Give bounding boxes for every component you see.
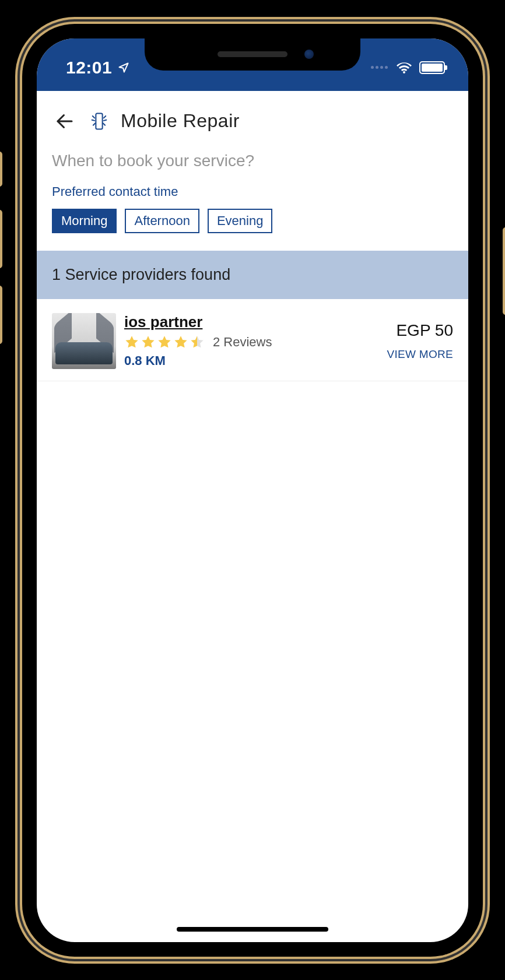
provider-card[interactable]: ios partner 2 Reviews 0.8 KM xyxy=(37,299,468,381)
phone-body: 12:01 xyxy=(22,24,483,957)
page-header: Mobile Repair xyxy=(37,91,468,152)
speaker xyxy=(218,51,287,57)
time-option-evening[interactable]: Evening xyxy=(208,209,273,233)
star-icon xyxy=(141,335,156,350)
star-icon xyxy=(173,335,188,350)
wifi-icon xyxy=(396,61,412,74)
status-right xyxy=(371,61,445,74)
time-option-afternoon[interactable]: Afternoon xyxy=(125,209,199,233)
home-indicator[interactable] xyxy=(177,927,328,932)
provider-distance: 0.8 KM xyxy=(124,353,378,368)
status-time: 12:01 xyxy=(66,58,112,78)
contact-time-label: Preferred contact time xyxy=(52,184,453,199)
volume-mute-button xyxy=(0,152,2,187)
time-option-morning[interactable]: Morning xyxy=(52,209,117,233)
star-icon xyxy=(124,335,139,350)
location-icon xyxy=(118,62,129,73)
time-options: Morning Afternoon Evening xyxy=(52,209,453,233)
svg-rect-1 xyxy=(96,113,102,129)
back-button[interactable] xyxy=(52,108,78,134)
star-half-icon xyxy=(190,335,205,350)
phone-frame: 12:01 xyxy=(0,0,505,980)
reviews-count: 2 Reviews xyxy=(213,335,272,350)
front-camera xyxy=(304,50,314,59)
page-title: Mobile Repair xyxy=(121,110,240,132)
provider-info: ios partner 2 Reviews 0.8 KM xyxy=(124,313,378,369)
star-rating xyxy=(124,335,205,350)
battery-icon xyxy=(419,61,445,74)
rating-row: 2 Reviews xyxy=(124,335,378,350)
app-switcher-dots xyxy=(371,66,388,69)
mobile-repair-icon xyxy=(88,110,110,132)
screen: 12:01 xyxy=(37,38,468,942)
notch xyxy=(145,38,360,71)
arrow-left-icon xyxy=(54,111,75,132)
star-icon xyxy=(157,335,172,350)
view-more-link[interactable]: VIEW MORE xyxy=(387,348,453,361)
booking-section: When to book your service? Preferred con… xyxy=(37,152,468,251)
results-banner: 1 Service providers found xyxy=(37,251,468,299)
provider-price-col: EGP 50 VIEW MORE xyxy=(387,313,453,369)
volume-down-button xyxy=(0,286,2,344)
volume-up-button xyxy=(0,210,2,268)
power-button xyxy=(503,227,505,315)
booking-question: When to book your service? xyxy=(52,152,453,170)
provider-name-link[interactable]: ios partner xyxy=(124,313,378,331)
status-left: 12:01 xyxy=(66,58,129,78)
provider-price: EGP 50 xyxy=(396,321,453,340)
provider-thumbnail xyxy=(52,313,116,369)
